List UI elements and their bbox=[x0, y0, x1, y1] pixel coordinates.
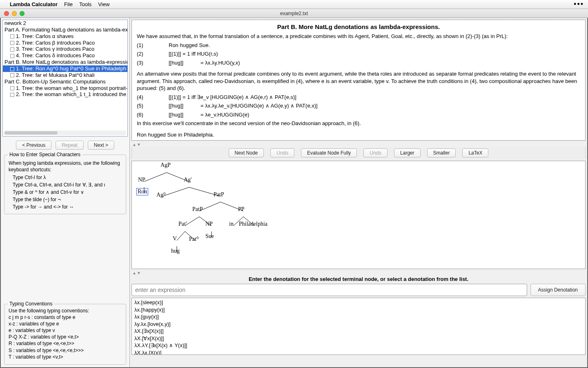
typing-line: x-z : variables of type e bbox=[9, 321, 122, 327]
outline-checkbox-icon bbox=[10, 93, 14, 97]
smaller-button[interactable]: Smaller bbox=[427, 148, 456, 157]
help-special-chars: How to Enter Special Characters When typ… bbox=[4, 155, 126, 214]
expression-item[interactable]: λx.[sleep(x)] bbox=[134, 299, 583, 306]
evaluate-button[interactable]: Evaluate Node Fully bbox=[301, 148, 357, 157]
outline-row[interactable]: 2. Tree: the woman which_1 t_1 introduce… bbox=[3, 91, 127, 98]
expression-item[interactable]: λX.[∃x[X(x)]] bbox=[134, 328, 583, 335]
tree-node-np[interactable]: NP bbox=[138, 177, 145, 183]
tree-node-ron[interactable]: Ron bbox=[136, 188, 148, 195]
typing-legend: Typing Conventions bbox=[8, 301, 54, 307]
menu-tools[interactable]: Tools bbox=[79, 1, 91, 7]
ex-num: (4) bbox=[137, 94, 169, 101]
tree-node-pp[interactable]: PP bbox=[238, 206, 245, 213]
svg-line-9 bbox=[177, 231, 185, 240]
expression-item[interactable]: λX.λx.[X(x)] bbox=[134, 349, 583, 355]
ex-num: (6) bbox=[137, 111, 169, 119]
outline-row[interactable]: 1. Tree: Carlos α shaves bbox=[3, 33, 127, 40]
tree-node-ag-bar[interactable]: Ag' bbox=[184, 177, 192, 183]
tree-node-in[interactable]: in bbox=[229, 221, 234, 227]
expression-item[interactable]: λy.λx.[love(x,y)] bbox=[134, 321, 583, 328]
tree-node-ag0[interactable]: Ag⁰ bbox=[156, 191, 166, 198]
expression-item[interactable]: λx.[happy(x)] bbox=[134, 306, 583, 314]
outline-row[interactable]: 2. Tree: far el Mukasa Pat^0 khali bbox=[3, 72, 127, 79]
desc-p: Ron hugged Sue in Philadelphia. bbox=[137, 131, 580, 139]
outline-row[interactable]: 1. Tree: Ron Ag^0 hug Pat^0 Sue in Phila… bbox=[3, 65, 127, 72]
scrollbar-thumb[interactable] bbox=[4, 131, 58, 135]
outline-checkbox-icon bbox=[10, 67, 14, 71]
menu-view[interactable]: View bbox=[98, 1, 109, 7]
expression-item[interactable]: λx.[guy(x)] bbox=[134, 313, 583, 321]
assign-denotation-button[interactable]: Assign Denotation bbox=[530, 284, 586, 296]
tree-node-sue[interactable]: Sue bbox=[205, 233, 214, 240]
expression-item[interactable]: λX.[∀x[X(x)]] bbox=[134, 335, 583, 342]
menu-file[interactable]: File bbox=[64, 1, 73, 7]
splitter-handle[interactable]: ▲▼ bbox=[130, 271, 587, 275]
tree-node-agp[interactable]: AgP bbox=[160, 162, 171, 168]
outline-row-label: 2. Tree: the woman which_1 t_1 introduce… bbox=[16, 91, 126, 97]
syntax-tree[interactable]: AgP NP Ag' Ron Ag⁰ PatP PatP PP Pat' NP … bbox=[131, 161, 586, 269]
outline-row[interactable]: Part B. More NatLg denotations as lambda… bbox=[3, 59, 127, 65]
outline-checkbox-icon bbox=[10, 86, 14, 90]
typing-line: e : variables of type v bbox=[9, 327, 122, 334]
prev-button[interactable]: < Previous bbox=[16, 141, 51, 150]
desc-p: We have assumed that, in the formal tran… bbox=[137, 33, 580, 40]
next-button[interactable]: Next > bbox=[88, 141, 114, 150]
desc-p: An alternative view posits that the form… bbox=[137, 70, 580, 92]
menubar-overflow-icon[interactable]: ••• bbox=[574, 0, 584, 9]
outline-row[interactable]: nework 2 bbox=[3, 20, 127, 27]
outline-row-label: nework 2 bbox=[4, 20, 26, 26]
ex-num: (2) bbox=[137, 50, 169, 58]
help-legend: How to Enter Special Characters bbox=[8, 152, 82, 157]
undo-button[interactable]: Undo bbox=[270, 148, 294, 157]
tree-node-pat-bar[interactable]: Pat' bbox=[178, 221, 187, 227]
tree-node-hug[interactable]: hug bbox=[171, 248, 180, 254]
outline-row[interactable]: 3. Tree: Carlos γ introduces Paco bbox=[3, 46, 127, 52]
help-line: Type the tilde (~) for ¬ bbox=[13, 197, 122, 202]
exercise-outline[interactable]: nework 2Part A. Formulating NatLg denota… bbox=[2, 20, 128, 137]
app-name[interactable]: Lambda Calculator bbox=[10, 1, 58, 7]
outline-row[interactable]: 1. Tree: the woman who_1 the topmost por… bbox=[3, 85, 127, 92]
latex-button[interactable]: LaTeX bbox=[462, 148, 488, 157]
tree-node-pat0[interactable]: Pat⁰ bbox=[189, 236, 199, 242]
svg-line-7 bbox=[185, 217, 199, 226]
denotation-input[interactable] bbox=[131, 284, 527, 296]
expression-item[interactable]: λX.λY.[∃x[X(x) ∧ Y(x)]] bbox=[134, 342, 583, 349]
splitter-handle[interactable]: ▲▼ bbox=[130, 142, 587, 147]
mac-menubar: Lambda Calculator File Tools View ••• bbox=[0, 0, 588, 9]
larger-button[interactable]: Larger bbox=[394, 148, 421, 157]
desc-p: In this exercise we'll concentrate in th… bbox=[137, 120, 580, 127]
outline-checkbox-icon bbox=[10, 41, 14, 45]
typing-line: R : variables of type <e,<e,t>> bbox=[9, 340, 122, 347]
tree-node-philadelphia[interactable]: Philadelphia bbox=[239, 221, 267, 227]
next-node-button[interactable]: Next Node bbox=[229, 148, 264, 157]
undo-button-2[interactable]: Undo bbox=[363, 148, 388, 157]
outline-row[interactable]: 4. Tree: Carlos δ introduces Paco bbox=[3, 52, 127, 59]
window-title: example2.txt bbox=[0, 11, 588, 16]
help-line: Type Ctrl-l for λ bbox=[13, 175, 122, 180]
denotation-list[interactable]: λx.[sleep(x)]λx.[happy(x)]λx.[guy(x)]λy.… bbox=[131, 298, 586, 355]
outline-row-label: Part B. More NatLg denotations as lambda… bbox=[4, 59, 128, 65]
typing-line: P-Q X-Z : variables of type <e,t> bbox=[9, 334, 122, 340]
repeat-button[interactable]: Repeat bbox=[56, 141, 84, 150]
outline-checkbox-icon bbox=[10, 54, 14, 58]
help-intro: When typing lambda expressions, use the … bbox=[9, 160, 122, 173]
exercise-title: Part B. More NatLg denotations as lambda… bbox=[137, 23, 580, 30]
outline-row-label: 1. Tree: Carlos α shaves bbox=[16, 33, 74, 39]
tree-node-v[interactable]: V bbox=[173, 236, 177, 242]
typing-line: T : variables of type <v,t> bbox=[9, 354, 122, 360]
outline-checkbox-icon bbox=[10, 34, 14, 38]
ex-text: Ron hugged Sue. bbox=[169, 42, 210, 48]
help-line: Type -> for → and <-> for ↔ bbox=[13, 204, 122, 210]
tree-node-patp2[interactable]: PatP bbox=[192, 206, 203, 213]
ex-lhs: [[hug]] bbox=[169, 59, 200, 67]
tree-node-np2[interactable]: NP bbox=[205, 221, 213, 227]
help-line: Type & or ^ for ∧ and Ctrl-v for ∨ bbox=[13, 189, 122, 195]
outline-row[interactable]: Part A. Formulating NatLg denotations as… bbox=[3, 27, 127, 33]
scrollbar[interactable] bbox=[4, 130, 127, 135]
ex-text: [[(1)]] = 1 iff HUG(r,s) bbox=[169, 51, 218, 57]
outline-row-label: 3. Tree: Carlos γ introduces Paco bbox=[16, 46, 94, 52]
svg-line-3 bbox=[163, 187, 189, 196]
tree-node-patp[interactable]: PatP bbox=[214, 191, 224, 198]
outline-row[interactable]: 2. Tree: Carlos β introduces Paco bbox=[3, 40, 127, 46]
outline-row[interactable]: Part C. Bottom-Up Semantic Computations bbox=[3, 79, 127, 85]
